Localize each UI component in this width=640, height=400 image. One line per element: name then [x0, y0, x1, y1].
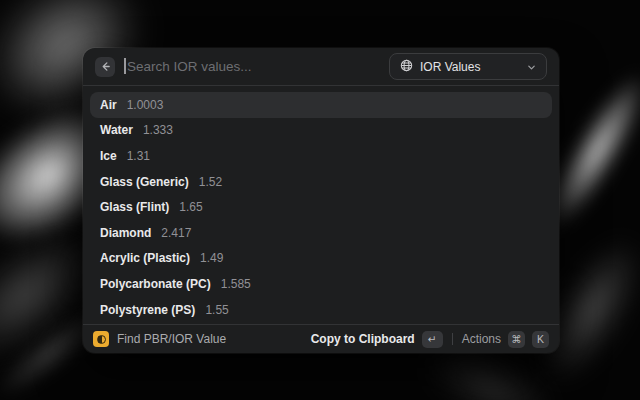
- ior-results-list: Air 1.0003 Water 1.333 Ice 1.31 Glass (G…: [83, 86, 559, 324]
- chevron-down-icon: [527, 58, 536, 76]
- list-filter-dropdown[interactable]: IOR Values: [389, 53, 547, 80]
- material-name: Glass (Flint): [100, 200, 169, 214]
- list-item[interactable]: Water 1.333: [90, 118, 552, 144]
- ior-value: 1.52: [199, 175, 222, 189]
- list-item[interactable]: Ice 1.31: [90, 143, 552, 169]
- action-bar: Find PBR/IOR Value Copy to Clipboard ↵ A…: [83, 324, 559, 353]
- search-header: IOR Values: [83, 48, 559, 86]
- search-input[interactable]: [124, 59, 380, 74]
- return-key-badge: ↵: [422, 331, 443, 348]
- dropdown-selected-value: IOR Values: [420, 60, 520, 74]
- contrast-glyph: [97, 335, 106, 344]
- ior-value: 1.333: [143, 123, 173, 137]
- back-button[interactable]: [95, 57, 115, 77]
- ior-value: 1.55: [205, 303, 228, 317]
- list-item[interactable]: Diamond 2.417: [90, 220, 552, 246]
- list-item[interactable]: Air 1.0003: [90, 92, 552, 118]
- material-name: Ice: [100, 149, 117, 163]
- material-name: Air: [100, 98, 117, 112]
- list-item[interactable]: Glass (Generic) 1.52: [90, 169, 552, 195]
- list-item[interactable]: Polycarbonate (PC) 1.585: [90, 271, 552, 297]
- k-key-badge: K: [532, 331, 549, 348]
- ior-value: 2.417: [161, 226, 191, 240]
- desktop: IOR Values Air 1.0003 Water 1.333 Ice 1.…: [0, 0, 640, 400]
- ior-value: 1.0003: [127, 98, 164, 112]
- material-name: Diamond: [100, 226, 151, 240]
- material-name: Polystyrene (PS): [100, 303, 195, 317]
- actions-menu-button[interactable]: Actions: [462, 332, 501, 346]
- divider: [452, 333, 453, 345]
- arrow-left-icon: [100, 61, 111, 72]
- text-caret: [124, 58, 126, 74]
- material-name: Glass (Generic): [100, 175, 189, 189]
- launcher-window: IOR Values Air 1.0003 Water 1.333 Ice 1.…: [83, 48, 559, 353]
- copy-to-clipboard-button[interactable]: Copy to Clipboard: [311, 332, 415, 346]
- list-item[interactable]: Acrylic (Plastic) 1.49: [90, 246, 552, 272]
- extension-name: Find PBR/IOR Value: [117, 332, 303, 346]
- ior-value: 1.31: [127, 149, 150, 163]
- material-name: Water: [100, 123, 133, 137]
- material-name: Polycarbonate (PC): [100, 277, 211, 291]
- ior-value: 1.49: [200, 251, 223, 265]
- material-name: Acrylic (Plastic): [100, 251, 190, 265]
- ior-value: 1.65: [179, 200, 202, 214]
- ior-value: 1.585: [221, 277, 251, 291]
- list-item[interactable]: Glass (Flint) 1.65: [90, 194, 552, 220]
- globe-icon: [400, 58, 413, 76]
- command-key-badge: ⌘: [508, 331, 525, 348]
- list-item[interactable]: Polystyrene (PS) 1.55: [90, 297, 552, 323]
- extension-icon: [93, 331, 109, 347]
